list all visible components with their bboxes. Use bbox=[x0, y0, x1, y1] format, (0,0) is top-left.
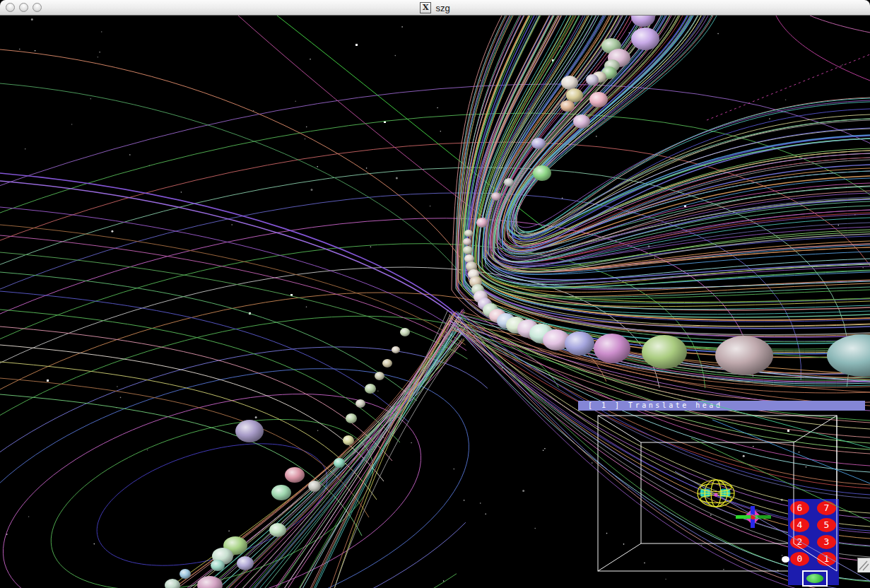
zoom-button[interactable] bbox=[33, 3, 42, 12]
traffic-light-group bbox=[6, 3, 42, 12]
app-window: X szg bbox=[0, 0, 870, 588]
gl-viewport[interactable]: [ 1 ] Translate head 6 7 4 5 2 3 0 1 bbox=[0, 16, 870, 588]
wand-button-3[interactable]: 3 bbox=[817, 535, 836, 549]
wand-button-0[interactable]: 0 bbox=[790, 552, 809, 566]
axis-origin-icon bbox=[751, 514, 756, 519]
wand-button-7[interactable]: 7 bbox=[817, 501, 836, 515]
window-title: szg bbox=[435, 3, 449, 13]
wand-button-4[interactable]: 4 bbox=[790, 518, 809, 532]
minimize-button[interactable] bbox=[19, 3, 28, 12]
resize-grip-lines-icon bbox=[858, 558, 869, 572]
head-center-dot bbox=[714, 493, 717, 496]
axis-x-tip-icon bbox=[758, 515, 771, 519]
hud-overlay bbox=[0, 16, 870, 588]
wand-button-6[interactable]: 6 bbox=[790, 501, 809, 515]
head-model bbox=[698, 480, 734, 507]
wand-button-5[interactable]: 5 bbox=[817, 518, 836, 532]
resize-grip[interactable] bbox=[857, 558, 870, 572]
pointer-dot bbox=[782, 556, 789, 563]
wand-button-1[interactable]: 1 bbox=[817, 552, 836, 566]
joystick-dot bbox=[806, 574, 823, 583]
x11-app-icon: X bbox=[420, 2, 431, 13]
window-titlebar: X szg bbox=[0, 0, 870, 16]
close-button[interactable] bbox=[6, 3, 15, 12]
window-title-wrap: X szg bbox=[0, 0, 870, 16]
wand-button-2[interactable]: 2 bbox=[790, 535, 809, 549]
joystick-indicator[interactable] bbox=[802, 570, 828, 587]
interaction-mode-label: [ 1 ] Translate head bbox=[578, 401, 865, 411]
wand-axes bbox=[736, 506, 771, 528]
